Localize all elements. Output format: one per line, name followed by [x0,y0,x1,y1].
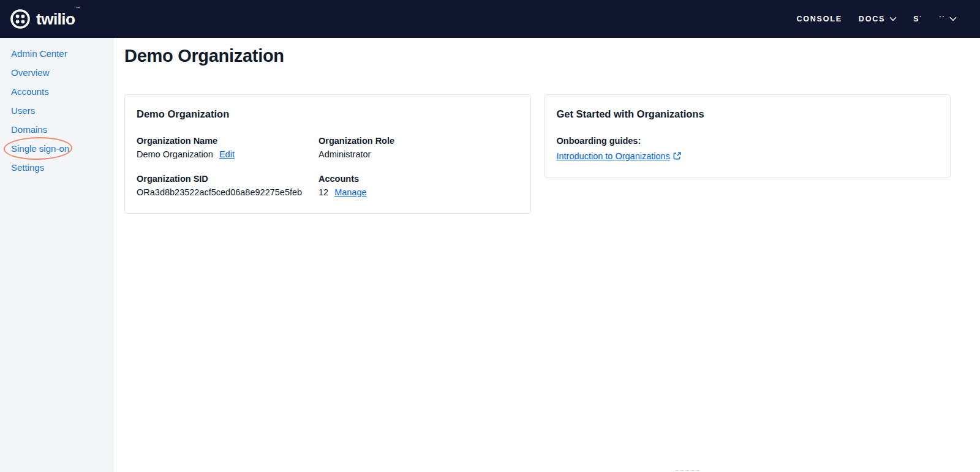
field-label: Organization SID [137,174,318,184]
twilio-logo[interactable]: twilio™ [10,9,79,29]
organization-fields: Organization Name Demo Organization Edit… [137,136,518,197]
field-organization-sid: Organization SID ORa3d8b23522acf5ced06a8… [137,174,318,197]
twilio-logo-icon [10,9,31,29]
sidebar-item-label: Single sign-on [11,143,69,154]
sidebar-item-users[interactable]: Users [0,101,113,120]
sidebar-item-accounts[interactable]: Accounts [0,82,113,101]
organization-summary-card: Demo Organization Organization Name Demo… [124,94,531,214]
organization-name-value: Demo Organization [137,149,213,159]
sidebar-item-admin-center[interactable]: Admin Center [0,44,113,63]
field-accounts: Accounts 12 Manage [318,174,518,197]
account-menu-label: ˙˙ [939,15,945,23]
organization-role-value: Administrator [318,149,371,159]
field-label: Accounts [318,174,518,184]
docs-label: DOCS [859,15,885,23]
top-navbar: twilio™ CONSOLE DOCS S˙ ˙˙ [0,0,980,38]
get-started-card: Get Started with Organizations Onboardin… [545,94,951,178]
field-organization-role: Organization Role Administrator [318,136,518,159]
manage-accounts-link[interactable]: Manage [334,187,366,197]
account-menu[interactable]: ˙˙ [939,15,957,23]
edit-organization-name-link[interactable]: Edit [219,149,235,159]
navbar-right: CONSOLE DOCS S˙ ˙˙ [796,15,957,23]
page-title: Demo Organization [124,46,951,66]
cards-row: Demo Organization Organization Name Demo… [124,94,951,214]
main-content: Demo Organization Demo Organization Orga… [113,38,980,472]
card-title: Get Started with Organizations [557,108,938,120]
support-menu[interactable]: S˙ [913,15,922,23]
accounts-count-value: 12 [318,187,328,197]
sidebar-item-single-sign-on[interactable]: Single sign-on [0,139,113,158]
trademark: ™ [75,6,80,10]
docs-menu[interactable]: DOCS [859,15,897,23]
link-label: Introduction to Organizations [557,151,670,161]
field-label: Organization Name [137,136,318,146]
chevron-down-icon [949,17,957,21]
external-link-icon [673,152,681,162]
page-bottom-artifact [676,470,699,471]
chevron-down-icon [889,17,897,21]
organization-sid-value: ORa3d8b23522acf5ced06a8e92275e5feb [137,187,302,197]
onboarding-guides-label: Onboarding guides: [557,136,938,146]
field-organization-name: Organization Name Demo Organization Edit [137,136,318,159]
brand-wordmark: twilio™ [36,11,79,27]
sidebar-item-overview[interactable]: Overview [0,63,113,82]
card-title: Demo Organization [137,108,518,120]
sidebar-nav: Admin Center Overview Accounts Users Dom… [0,38,113,472]
sidebar-item-settings[interactable]: Settings [0,158,113,177]
introduction-to-organizations-link[interactable]: Introduction to Organizations [557,151,681,161]
sidebar-item-domains[interactable]: Domains [0,120,113,139]
field-label: Organization Role [318,136,518,146]
console-link[interactable]: CONSOLE [796,15,842,23]
